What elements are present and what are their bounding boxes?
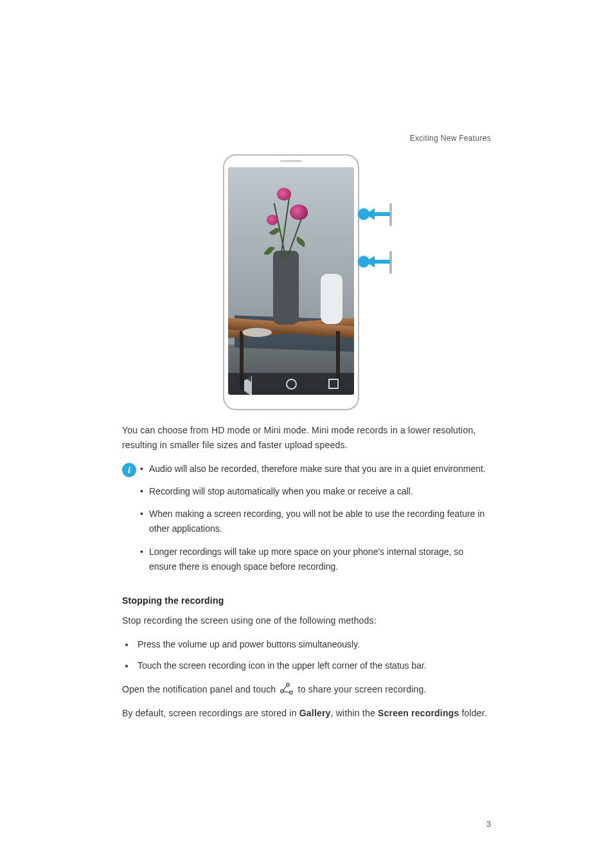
phone-illustration bbox=[223, 154, 390, 410]
phone-speaker bbox=[280, 160, 302, 162]
stopping-methods-list: Press the volume up and power buttons si… bbox=[122, 637, 491, 673]
nav-back-icon bbox=[244, 379, 254, 389]
share-icon bbox=[278, 682, 295, 695]
storage-location: By default, screen recordings are stored… bbox=[122, 706, 491, 721]
gallery-app-name: Gallery bbox=[299, 708, 331, 718]
info-note-item: Longer recordings will take up more spac… bbox=[140, 545, 491, 574]
share-text-pre: Open the notification panel and touch bbox=[122, 684, 278, 694]
info-icon: i bbox=[122, 463, 136, 477]
android-navbar bbox=[228, 373, 354, 395]
nav-home-icon bbox=[286, 379, 297, 390]
arrow-to-power-icon bbox=[358, 256, 390, 267]
share-text-post: to share your screen recording. bbox=[298, 684, 427, 694]
svg-point-1 bbox=[290, 691, 292, 694]
info-note-item: Audio will also be recorded, therefore m… bbox=[140, 462, 491, 476]
share-instruction: Open the notification panel and touch to… bbox=[122, 682, 491, 697]
stopping-intro: Stop recording the screen using one of t… bbox=[122, 613, 491, 628]
info-notes-list: Audio will also be recorded, therefore m… bbox=[140, 462, 491, 582]
phone-frame bbox=[223, 154, 359, 410]
info-note-item: Recording will stop automatically when y… bbox=[140, 484, 491, 499]
stopping-method-item: Touch the screen recording icon in the u… bbox=[135, 658, 491, 673]
stopping-heading: Stopping the recording bbox=[122, 593, 491, 608]
phone-screen bbox=[228, 167, 354, 395]
section-header: Exciting New Features bbox=[410, 132, 491, 145]
nav-recents-icon bbox=[328, 379, 339, 389]
svg-line-3 bbox=[283, 686, 287, 691]
page-number: 3 bbox=[486, 817, 491, 831]
mode-description: You can choose from HD mode or Mini mode… bbox=[122, 423, 491, 453]
screen-recordings-folder: Screen recordings bbox=[378, 708, 459, 718]
stopping-method-item: Press the volume up and power buttons si… bbox=[135, 637, 491, 652]
arrow-to-volume-icon bbox=[358, 208, 390, 220]
info-note-item: When making a screen recording, you will… bbox=[140, 507, 491, 536]
storage-text: , within the bbox=[331, 708, 378, 718]
storage-text: By default, screen recordings are stored… bbox=[122, 708, 299, 718]
svg-line-4 bbox=[284, 692, 290, 692]
storage-text: folder. bbox=[459, 708, 487, 718]
svg-point-2 bbox=[287, 683, 289, 686]
